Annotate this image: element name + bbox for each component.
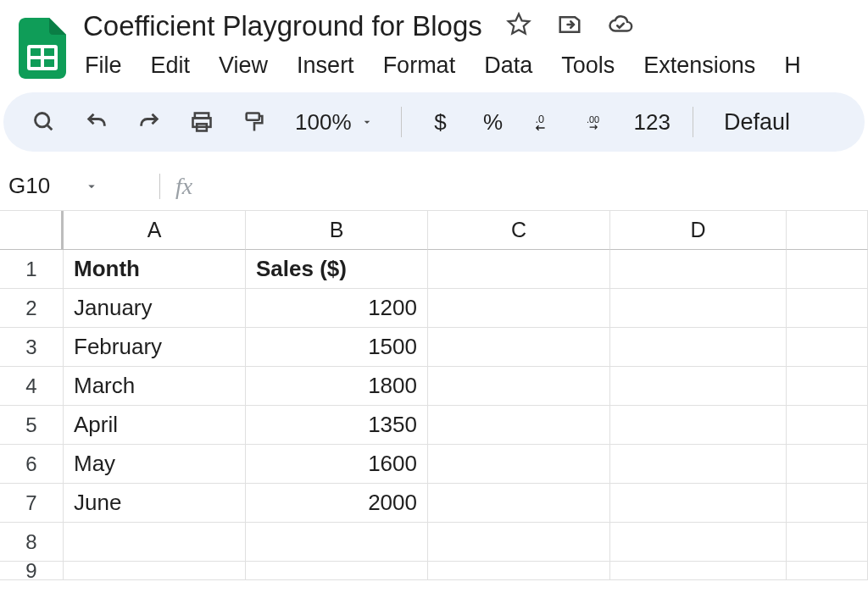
row-header[interactable]: 3: [0, 328, 64, 367]
cell[interactable]: [610, 328, 787, 367]
toolbar: 100% $ % .0 .00 123 Defaul: [3, 92, 865, 152]
select-all-corner[interactable]: [0, 211, 64, 250]
cell[interactable]: [428, 328, 610, 367]
menu-view[interactable]: View: [219, 53, 268, 79]
svg-rect-8: [247, 114, 259, 120]
column-header-d[interactable]: D: [610, 211, 787, 250]
cell[interactable]: Month: [64, 250, 246, 289]
row-header[interactable]: 4: [0, 367, 64, 406]
cell[interactable]: 1200: [246, 289, 428, 328]
separator: [159, 174, 160, 199]
zoom-value: 100%: [295, 109, 352, 136]
chevron-down-icon: [84, 179, 99, 194]
menu-format[interactable]: Format: [383, 53, 456, 79]
cell[interactable]: [428, 484, 610, 523]
cell[interactable]: [428, 289, 610, 328]
menu-help-truncated[interactable]: H: [784, 53, 801, 79]
row-header[interactable]: 8: [0, 523, 64, 562]
separator: [693, 107, 693, 137]
menu-insert[interactable]: Insert: [297, 53, 354, 79]
menu-extensions[interactable]: Extensions: [643, 53, 755, 79]
svg-point-3: [36, 114, 49, 127]
cell[interactable]: [428, 562, 610, 580]
cell[interactable]: April: [64, 406, 246, 445]
cloud-saved-icon[interactable]: [608, 12, 633, 41]
cell[interactable]: [610, 562, 787, 580]
cell[interactable]: June: [64, 484, 246, 523]
cell[interactable]: [610, 484, 787, 523]
row-header[interactable]: 1: [0, 250, 64, 289]
cell[interactable]: [428, 367, 610, 406]
cell[interactable]: February: [64, 328, 246, 367]
cell[interactable]: 2000: [246, 484, 428, 523]
cell[interactable]: [610, 406, 787, 445]
cell[interactable]: [64, 523, 246, 562]
chevron-down-icon: [360, 115, 374, 129]
row-header[interactable]: 7: [0, 484, 64, 523]
format-currency-button[interactable]: $: [424, 105, 458, 139]
cell[interactable]: [428, 406, 610, 445]
menu-edit[interactable]: Edit: [151, 53, 191, 79]
cell[interactable]: [610, 445, 787, 484]
cell[interactable]: [246, 523, 428, 562]
cell[interactable]: 1350: [246, 406, 428, 445]
cell[interactable]: [787, 523, 868, 562]
svg-text:.0: .0: [535, 114, 544, 125]
cell[interactable]: [610, 289, 787, 328]
cell[interactable]: March: [64, 367, 246, 406]
paint-format-icon[interactable]: [237, 105, 271, 139]
format-percent-button[interactable]: %: [476, 105, 510, 139]
cell[interactable]: [428, 523, 610, 562]
redo-icon[interactable]: [132, 105, 166, 139]
cell[interactable]: January: [64, 289, 246, 328]
cell[interactable]: [787, 250, 868, 289]
undo-icon[interactable]: [80, 105, 114, 139]
cell[interactable]: 1800: [246, 367, 428, 406]
cell[interactable]: [610, 523, 787, 562]
cell[interactable]: Sales ($): [246, 250, 428, 289]
row-header[interactable]: 5: [0, 406, 64, 445]
cell[interactable]: [428, 445, 610, 484]
row-header[interactable]: 2: [0, 289, 64, 328]
sheets-logo[interactable]: [17, 15, 68, 81]
cell[interactable]: [787, 484, 868, 523]
move-icon[interactable]: [557, 12, 582, 41]
column-header-b[interactable]: B: [246, 211, 428, 250]
row-header[interactable]: 6: [0, 445, 64, 484]
column-header-a[interactable]: A: [64, 211, 246, 250]
cell[interactable]: [610, 367, 787, 406]
cell[interactable]: [787, 328, 868, 367]
cell[interactable]: May: [64, 445, 246, 484]
more-formats-button[interactable]: 123: [634, 105, 670, 139]
star-icon[interactable]: [506, 12, 531, 41]
zoom-select[interactable]: 100%: [295, 109, 374, 136]
cell[interactable]: [787, 367, 868, 406]
cell[interactable]: 1500: [246, 328, 428, 367]
row-header[interactable]: 9: [0, 562, 64, 580]
separator: [401, 107, 402, 137]
spreadsheet-grid[interactable]: A B C D 1 Month Sales ($) 2 January 1200…: [0, 211, 868, 580]
svg-text:.00: .00: [587, 114, 599, 125]
column-header-e[interactable]: [787, 211, 868, 250]
cell[interactable]: [610, 250, 787, 289]
search-icon[interactable]: [27, 105, 61, 139]
increase-decimal-button[interactable]: .00: [581, 105, 615, 139]
cell[interactable]: [787, 445, 868, 484]
cell[interactable]: [787, 289, 868, 328]
document-title[interactable]: Coefficient Playground for Blogs: [83, 10, 482, 42]
name-box[interactable]: G10: [8, 173, 144, 199]
cell[interactable]: [246, 562, 428, 580]
column-header-c[interactable]: C: [428, 211, 610, 250]
cell[interactable]: [787, 406, 868, 445]
decrease-decimal-button[interactable]: .0: [529, 105, 563, 139]
cell[interactable]: [428, 250, 610, 289]
menu-tools[interactable]: Tools: [561, 53, 615, 79]
cell[interactable]: [64, 562, 246, 580]
menu-data[interactable]: Data: [484, 53, 532, 79]
cell[interactable]: [787, 562, 868, 580]
print-icon[interactable]: [185, 105, 219, 139]
font-select[interactable]: Defaul: [724, 109, 790, 136]
cell[interactable]: 1600: [246, 445, 428, 484]
menu-file[interactable]: File: [85, 53, 122, 79]
cell-reference: G10: [8, 173, 50, 199]
